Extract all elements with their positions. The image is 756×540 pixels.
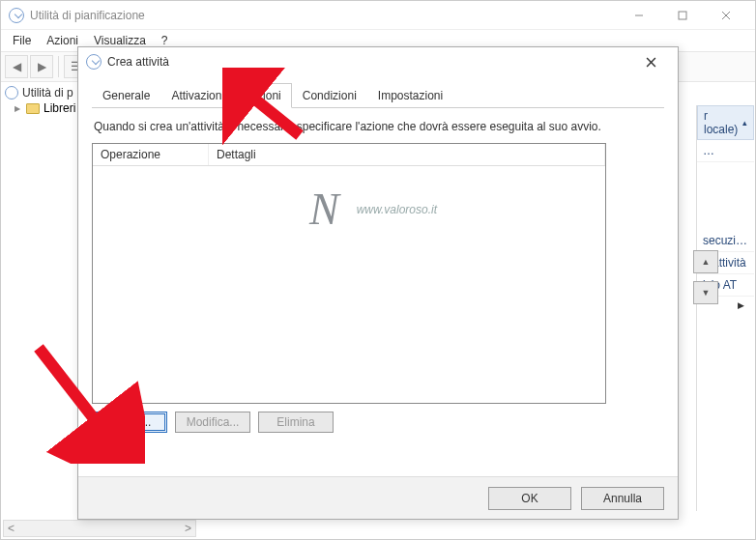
window-title: Utilità di pianificazione xyxy=(30,9,145,22)
dialog-body: Generale Attivazione Azioni Condizioni I… xyxy=(78,76,678,433)
folder-icon xyxy=(26,103,40,114)
tree-pane: Utilità di p ▶ Libreri xyxy=(1,82,84,524)
clock-icon xyxy=(9,8,24,23)
close-button[interactable] xyxy=(704,1,747,29)
ok-button[interactable]: OK xyxy=(488,487,571,510)
clock-icon xyxy=(86,54,102,70)
list-header: Operazione Dettagli xyxy=(93,144,605,166)
actions-pane-item[interactable]: … xyxy=(697,140,754,162)
new-button[interactable]: Nuova... xyxy=(92,412,167,433)
chevron-right-icon: ▶ xyxy=(15,104,20,113)
action-buttons-row: Nuova... Modifica... Elimina xyxy=(92,412,664,433)
tabstrip: Generale Attivazione Azioni Condizioni I… xyxy=(92,82,664,108)
column-details[interactable]: Dettagli xyxy=(209,144,605,165)
actions-pane-header-label: r locale) xyxy=(704,109,742,136)
actions-pane-item[interactable]: secuzio… xyxy=(697,230,754,252)
collapse-icon[interactable]: ▴ xyxy=(742,118,747,128)
minimize-button[interactable] xyxy=(617,1,660,29)
tab-description: Quando si crea un'attività è necessario … xyxy=(92,108,664,143)
clock-icon xyxy=(5,86,18,99)
dialog-close-button[interactable] xyxy=(631,48,670,75)
scroll-left-icon[interactable]: < xyxy=(8,522,15,535)
column-operation[interactable]: Operazione xyxy=(93,144,209,165)
tab-conditions[interactable]: Condizioni xyxy=(292,83,367,108)
nav-forward-button[interactable]: ▶ xyxy=(30,55,53,78)
tree-root-label: Utilità di p xyxy=(22,86,73,99)
create-task-dialog: Crea attività Generale Attivazione Azion… xyxy=(77,46,679,520)
delete-button[interactable]: Elimina xyxy=(258,412,334,433)
move-down-button[interactable]: ▼ xyxy=(693,281,718,304)
cancel-button[interactable]: Annulla xyxy=(581,487,664,510)
edit-button[interactable]: Modifica... xyxy=(175,412,250,433)
tree-child[interactable]: ▶ Libreri xyxy=(15,101,79,115)
actions-listbox[interactable]: Operazione Dettagli xyxy=(92,143,606,404)
tab-triggers[interactable]: Attivazione xyxy=(160,83,239,108)
actions-pane-header: r locale) ▴ xyxy=(697,105,754,140)
tree-root[interactable]: Utilità di p xyxy=(5,86,79,99)
maximize-button[interactable] xyxy=(660,1,704,29)
main-titlebar: Utilità di pianificazione xyxy=(1,1,755,30)
horizontal-scrollbar[interactable]: < > xyxy=(3,520,196,537)
nav-back-button[interactable]: ◀ xyxy=(5,55,28,78)
reorder-buttons: ▲ ▼ xyxy=(693,250,718,312)
tab-actions[interactable]: Azioni xyxy=(239,83,292,108)
scroll-right-icon[interactable]: > xyxy=(185,522,191,535)
dialog-title: Crea attività xyxy=(107,55,169,69)
tab-general[interactable]: Generale xyxy=(92,83,160,108)
menu-file[interactable]: File xyxy=(7,32,37,49)
move-up-button[interactable]: ▲ xyxy=(693,250,718,273)
svg-rect-1 xyxy=(679,12,686,19)
tab-settings[interactable]: Impostazioni xyxy=(367,83,453,108)
dialog-titlebar: Crea attività xyxy=(78,47,678,76)
dialog-footer: OK Annulla xyxy=(78,476,678,519)
tree-child-label: Libreri xyxy=(44,101,75,115)
